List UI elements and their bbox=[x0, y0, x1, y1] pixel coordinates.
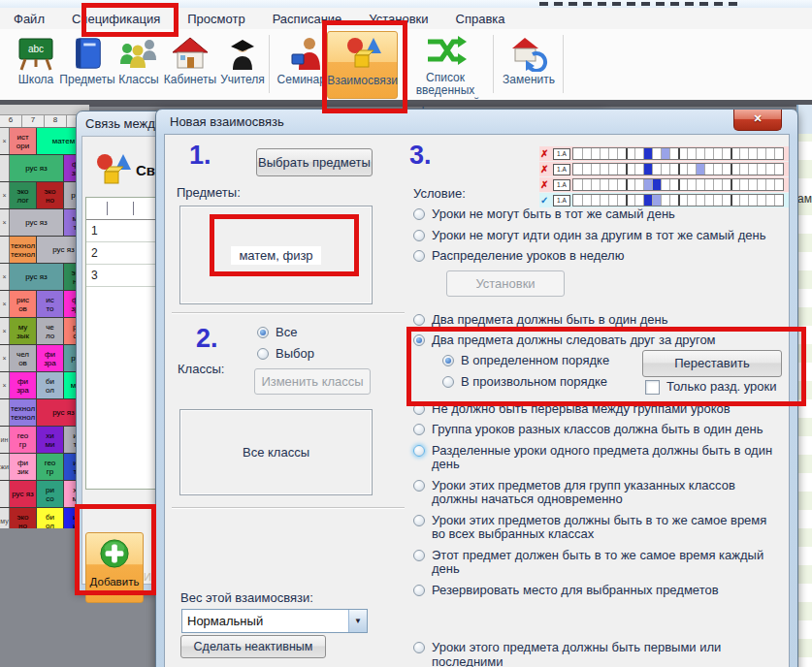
shuffle-icon bbox=[424, 31, 467, 70]
radio-icon[interactable] bbox=[413, 250, 425, 262]
grid-lesson-cell: фи зра bbox=[37, 345, 64, 371]
toolbar-button-teacher[interactable]: Учителя bbox=[217, 31, 268, 97]
weight-select[interactable]: Нормальный ▼ bbox=[181, 609, 368, 633]
radio-icon[interactable] bbox=[257, 327, 269, 338]
background-list-window bbox=[796, 105, 812, 667]
choose-subjects-button[interactable]: Выбрать предметы bbox=[256, 148, 373, 176]
grid-lesson-cell: му зык bbox=[10, 318, 37, 344]
menu-item-4[interactable]: Расписание bbox=[259, 9, 356, 29]
classes-all-radio[interactable]: Все bbox=[257, 326, 297, 340]
toolbar-button-label: Заменить bbox=[503, 74, 555, 86]
chevron-down-icon[interactable]: ▼ bbox=[348, 610, 367, 632]
classes-label: Классы: bbox=[178, 362, 224, 376]
grid-lesson-cell: гео гр bbox=[10, 427, 37, 453]
radio-icon[interactable] bbox=[442, 376, 454, 388]
toolbar-button-people[interactable]: Классы bbox=[114, 31, 163, 97]
condition-option-label: Этот предмет должен быть в то же самое в… bbox=[432, 549, 790, 577]
menu-item-1[interactable]: Файл bbox=[0, 9, 58, 29]
lesson-slot-strip bbox=[572, 178, 784, 191]
add-button-label: Добавить bbox=[90, 576, 140, 588]
condition-option-11[interactable]: Этот предмет должен быть в то же самое в… bbox=[413, 549, 790, 577]
toolbar-button-shapes[interactable]: Взаимосвязи bbox=[327, 31, 398, 99]
svg-text:abc: abc bbox=[28, 44, 44, 54]
condition-option-10[interactable]: Уроки этих предметов должны быть в то же… bbox=[413, 514, 790, 542]
grid-flag-cell: × bbox=[0, 128, 10, 154]
radio-icon[interactable] bbox=[413, 585, 425, 596]
only-separated-checkbox[interactable]: Только разд. уроки bbox=[645, 380, 776, 395]
menu-bar: ФайлСпецификацияПросмотрРасписаниеУстано… bbox=[0, 8, 812, 30]
radio-icon[interactable] bbox=[413, 208, 425, 220]
condition-option-9[interactable]: Уроки этих предметов для групп указанных… bbox=[413, 479, 790, 507]
separator bbox=[172, 507, 405, 508]
close-button[interactable]: ✕ bbox=[733, 110, 782, 131]
grid-flag-cell: × bbox=[0, 345, 10, 371]
radio-icon[interactable] bbox=[413, 550, 425, 561]
condition-option-order-any[interactable]: В произвольном порядке bbox=[442, 375, 607, 390]
condition-option-3[interactable]: Распределение уроков в неделю bbox=[413, 249, 790, 264]
toolbar-button-seminar[interactable]: Семинары bbox=[277, 31, 334, 97]
condition-option-label: Уроки не могут быть в тот же самый день bbox=[432, 207, 675, 222]
condition-option-6[interactable]: Не должно быть перерыва между группами у… bbox=[413, 402, 790, 417]
settings-button[interactable]: Установки bbox=[446, 270, 565, 297]
toolbar-button-label: Классы bbox=[118, 74, 158, 86]
add-button[interactable]: Добавить bbox=[85, 532, 144, 603]
cropped-titlebar bbox=[0, 0, 812, 8]
toolbar-button-shuffle[interactable]: Список введенных ограничений bbox=[396, 31, 495, 97]
condition-option-8[interactable]: Разделенные уроки одного предмета должны… bbox=[413, 444, 790, 472]
radio-icon[interactable] bbox=[413, 642, 425, 653]
toolbar-button-house[interactable]: Кабинеты bbox=[163, 31, 217, 97]
grid-flag-cell: жи bbox=[0, 454, 10, 480]
grid-flag-cell bbox=[0, 481, 10, 507]
condition-option-1[interactable]: Уроки не могут быть в тот же самый день bbox=[413, 207, 790, 222]
edit-classes-button[interactable]: Изменить классы bbox=[254, 368, 371, 395]
condition-option-label: Резервировать место для выбранных предме… bbox=[432, 584, 719, 598]
grid-lesson-cell: би ол bbox=[37, 372, 64, 398]
weight-label: Вес этой взаимосвязи: bbox=[180, 590, 313, 605]
toolbar-button-school[interactable]: abcШкола bbox=[12, 31, 60, 97]
toolbar-button-replace[interactable]: Заменить bbox=[499, 31, 559, 97]
condition-option-2[interactable]: Уроки не могут идти один за другим в тот… bbox=[413, 229, 790, 243]
toolbar-button-book[interactable]: Предметы bbox=[60, 31, 114, 97]
shapes-icon bbox=[91, 150, 134, 193]
condition-option-order-fixed[interactable]: В определенном порядке bbox=[442, 354, 609, 368]
menu-item-6[interactable]: Справка bbox=[442, 9, 519, 29]
radio-icon[interactable] bbox=[257, 348, 269, 360]
radio-icon[interactable] bbox=[413, 403, 425, 415]
separator bbox=[172, 312, 405, 313]
menu-item-5[interactable]: Установки bbox=[355, 9, 441, 29]
radio-icon[interactable] bbox=[413, 515, 425, 526]
condition-preview: ✗1.A✗1.A✗1.A✓1.A bbox=[539, 146, 790, 208]
condition-option-12[interactable]: Резервировать место для выбранных предме… bbox=[413, 584, 790, 598]
menu-item-3[interactable]: Просмотр bbox=[174, 9, 258, 29]
grid-flag-cell bbox=[0, 155, 10, 181]
replace-icon bbox=[509, 31, 548, 72]
menu-item-2[interactable]: Спецификация bbox=[58, 9, 174, 29]
radio-icon[interactable] bbox=[413, 424, 425, 435]
condition-option-label: Уроки этих предметов должны быть в то же… bbox=[432, 514, 783, 542]
radio-icon[interactable] bbox=[413, 480, 425, 492]
dialog-title[interactable]: Новая взаимосвязь bbox=[156, 110, 797, 134]
radio-icon[interactable] bbox=[413, 334, 425, 346]
condition-option-label: Уроки не могут идти один за другим в тот… bbox=[432, 229, 766, 243]
grid-header-cell: 6 bbox=[0, 115, 22, 127]
condition-option-label: В определенном порядке bbox=[461, 354, 609, 368]
condition-option-13[interactable]: Уроки этого предмета должны быть первыми… bbox=[413, 641, 790, 667]
condition-option-7[interactable]: Группа уроков разных классов должна быть… bbox=[413, 423, 790, 437]
swap-button[interactable]: Переставить bbox=[642, 350, 782, 377]
class-tag: 1.A bbox=[553, 179, 570, 191]
checkbox-icon[interactable] bbox=[645, 380, 660, 395]
radio-icon[interactable] bbox=[442, 355, 454, 366]
toolbar-button-label: Кабинеты bbox=[164, 74, 216, 86]
classes-choice-radio[interactable]: Выбор bbox=[257, 347, 314, 362]
condition-option-5[interactable]: Два предмета должны следовать друг за др… bbox=[413, 334, 790, 348]
radio-icon[interactable] bbox=[413, 314, 425, 326]
subjects-value: матем, физр bbox=[231, 246, 320, 265]
toolbar-separator bbox=[493, 35, 494, 93]
grid-flag-cell: × bbox=[0, 264, 10, 290]
radio-icon[interactable] bbox=[413, 445, 425, 457]
classes-box: Все классы bbox=[179, 409, 373, 495]
condition-option-4[interactable]: Два предмета должны быть в один день bbox=[413, 313, 790, 328]
deactivate-button[interactable]: Сделать неактивным bbox=[180, 635, 326, 658]
radio-icon[interactable] bbox=[413, 230, 425, 241]
toolbar-button-label: Школа bbox=[18, 74, 53, 86]
